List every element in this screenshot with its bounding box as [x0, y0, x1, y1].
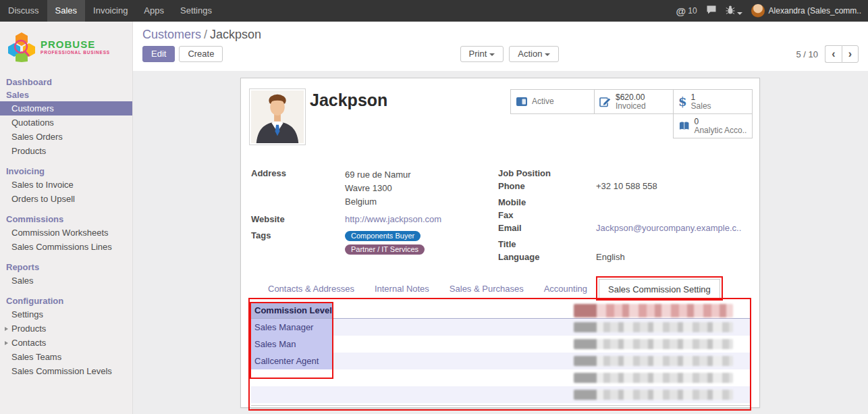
action-dropdown-button[interactable]: Action — [509, 46, 559, 62]
phone-label: Phone — [498, 181, 596, 192]
sidebar-item-quotations[interactable]: Quotations — [0, 115, 132, 130]
section-reports: Reports Sales — [0, 261, 132, 288]
chat-button[interactable] — [706, 5, 717, 17]
probuse-logo-text: PROBUSE PROFESSIONAL BUSINESS — [40, 39, 110, 55]
address-line: Belgium — [345, 195, 411, 209]
redacted-header-value — [574, 304, 733, 317]
action-label: Action — [518, 49, 542, 59]
user-name: Alexandra (Sales_comm.. — [769, 6, 861, 16]
stat-button-sales[interactable]: $ 1Sales — [673, 89, 753, 114]
logo-subtitle: PROFESSIONAL BUSINESS — [40, 50, 110, 55]
sidebar-heading-dashboard[interactable]: Dashboard — [0, 76, 132, 88]
probuse-logo-icon — [7, 31, 36, 62]
table-row-sales-manager[interactable]: Sales Manager — [251, 319, 750, 336]
pager-next-button[interactable]: › — [842, 45, 859, 63]
tab-sales-commission-setting[interactable]: Sales Commission Setting — [599, 279, 720, 299]
redacted-value — [574, 339, 733, 349]
debug-menu-button[interactable] — [726, 5, 742, 17]
tab-sales-purchases[interactable]: Sales & Purchases — [441, 280, 533, 299]
stat-button-active[interactable]: Active — [510, 89, 595, 114]
app-menus: Discuss Sales Invoicing Apps Settings — [0, 0, 220, 22]
sidebar-item-label: Contacts — [11, 338, 46, 348]
section-dashboard: Dashboard — [0, 76, 132, 88]
topbar-right: @ 10 Alexandra (Sales_comm.. — [676, 0, 868, 22]
tag-components-buyer: Components Buyer — [345, 231, 421, 241]
field-group-left: Address 69 rue de Namur Wavre 1300 Belgi… — [251, 168, 498, 265]
sidebar-item-sales-orders[interactable]: Sales Orders — [0, 130, 132, 144]
notebook-tabs: Contacts & Addresses Internal Notes Sale… — [251, 279, 751, 299]
menu-invoicing[interactable]: Invoicing — [85, 0, 136, 22]
column-header-commission-level[interactable]: Commission Level — [251, 303, 332, 318]
table-row-callcenter-agent[interactable]: Callcenter Agent — [251, 353, 750, 369]
sidebar-heading-sales[interactable]: Sales — [0, 88, 132, 101]
field-website: Website http://www.jackpson.com — [251, 214, 498, 225]
invoice-pencil-icon — [599, 97, 612, 107]
tab-accounting[interactable]: Accounting — [535, 280, 596, 299]
menu-sales[interactable]: Sales — [47, 0, 86, 22]
field-group-right: Job Position Phone +32 10 588 558 Mobile… — [498, 168, 751, 265]
sidebar-item-customers[interactable]: Customers — [0, 101, 132, 115]
chevron-down-icon — [545, 53, 550, 56]
stat-value: 0 — [694, 118, 747, 126]
address-line: 69 rue de Namur — [345, 168, 411, 182]
sidebar-item-orders-to-upsell[interactable]: Orders to Upsell — [0, 192, 132, 206]
table-footer — [251, 405, 750, 409]
email-label: Email — [498, 223, 596, 234]
website-link[interactable]: http://www.jackpson.com — [345, 214, 441, 225]
field-mobile: Mobile — [498, 197, 751, 208]
sidebar-item-products[interactable]: Products — [0, 144, 132, 158]
create-button[interactable]: Create — [179, 46, 223, 62]
field-address: Address 69 rue de Namur Wavre 1300 Belgi… — [251, 168, 498, 209]
sidebar-item-config-contacts[interactable]: Contacts — [0, 336, 132, 350]
sidebar-item-config-products[interactable]: Products — [0, 321, 132, 336]
sidebar-item-settings[interactable]: Settings — [0, 307, 132, 321]
menu-apps[interactable]: Apps — [136, 0, 172, 22]
stat-value: $620.00 — [616, 93, 646, 102]
sidebar-item-commission-worksheets[interactable]: Commission Worksheets — [0, 226, 132, 240]
sidebar-item-sales-commission-levels[interactable]: Sales Commission Levels — [0, 364, 132, 378]
stat-label: Invoiced — [616, 102, 646, 111]
tags-label: Tags — [251, 230, 345, 257]
stat-button-analytic-accounts[interactable]: 0Analytic Acco... — [673, 113, 753, 138]
tab-internal-notes[interactable]: Internal Notes — [366, 280, 438, 299]
pager-previous-button[interactable]: ‹ — [825, 45, 842, 63]
breadcrumb-customers-link[interactable]: Customers — [142, 28, 201, 41]
sidebar-item-reports-sales[interactable]: Sales — [0, 274, 132, 288]
tab-contacts-addresses[interactable]: Contacts & Addresses — [259, 280, 363, 299]
main-area: Customers/Jackpson Edit Create Print Act… — [133, 22, 868, 414]
menu-discuss[interactable]: Discuss — [0, 0, 47, 22]
redacted-value — [574, 322, 733, 332]
sidebar-heading-configuration[interactable]: Configuration — [0, 294, 132, 307]
user-menu[interactable]: Alexandra (Sales_comm.. — [751, 4, 861, 18]
stat-button-invoiced[interactable]: $620.00Invoiced — [594, 89, 674, 114]
commission-level-cell — [251, 386, 332, 403]
breadcrumb-separator: / — [201, 28, 210, 41]
email-link[interactable]: Jackpson@yourcompany.example.c.. — [596, 223, 741, 234]
edit-button[interactable]: Edit — [142, 46, 175, 62]
field-job-position: Job Position — [498, 168, 751, 179]
section-invoicing: Invoicing Sales to Invoice Orders to Ups… — [0, 165, 132, 206]
sidebar-heading-reports[interactable]: Reports — [0, 261, 132, 274]
probuse-logo: PROBUSE PROFESSIONAL BUSINESS — [0, 22, 132, 69]
redacted-value — [574, 356, 733, 366]
mentions-button[interactable]: @ 10 — [676, 5, 697, 17]
pager-counter: 5 / 10 — [796, 49, 818, 59]
sidebar-heading-invoicing[interactable]: Invoicing — [0, 165, 132, 178]
print-dropdown-button[interactable]: Print — [460, 46, 504, 62]
commission-levels-table: Commission Level Sales Manager Sales Man… — [251, 303, 750, 409]
commission-level-cell: Sales Man — [251, 336, 332, 353]
sidebar-item-sales-teams[interactable]: Sales Teams — [0, 350, 132, 364]
sidebar-item-sales-commissions-lines[interactable]: Sales Commissions Lines — [0, 240, 132, 254]
commission-level-cell: Sales Manager — [251, 319, 332, 336]
menu-settings[interactable]: Settings — [172, 0, 220, 22]
expand-caret-icon — [5, 341, 8, 345]
field-groups: Address 69 rue de Namur Wavre 1300 Belgi… — [251, 168, 751, 265]
chevron-down-icon — [489, 53, 495, 56]
breadcrumb-current: Jackpson — [210, 28, 261, 41]
sidebar-item-sales-to-invoice[interactable]: Sales to Invoice — [0, 178, 132, 192]
table-row-sales-man[interactable]: Sales Man — [251, 336, 750, 353]
field-tags: Tags Components Buyer Partner / IT Servi… — [251, 230, 498, 257]
field-title: Title — [498, 239, 751, 250]
fax-label: Fax — [498, 210, 596, 221]
sidebar-heading-commissions[interactable]: Commissions — [0, 213, 132, 226]
